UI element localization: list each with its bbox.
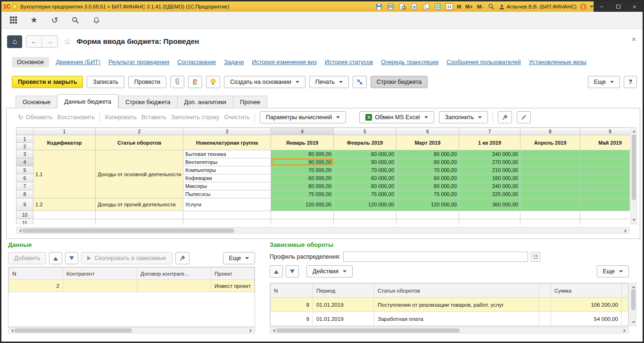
grid-empty-cell[interactable] bbox=[96, 219, 183, 225]
grid-value-cell[interactable]: 60 000,00 bbox=[334, 174, 396, 182]
grid-value-cell[interactable]: 80 000,00 bbox=[271, 150, 334, 158]
nav-link-status-history[interactable]: История статусов bbox=[325, 59, 373, 65]
excel-exchange-button[interactable]: XОбмен MS Excel bbox=[359, 111, 434, 123]
grid-row-number[interactable]: 3 bbox=[17, 150, 33, 158]
grid-value-cell[interactable]: 270 000,00 bbox=[459, 158, 520, 166]
grid-value-cell[interactable]: 80 000,00 bbox=[334, 150, 396, 158]
data-column-header[interactable]: N bbox=[9, 268, 63, 280]
clear-button[interactable]: Очистить bbox=[224, 114, 249, 121]
dependent-vertical-scrollbar[interactable] bbox=[630, 283, 636, 327]
grid-empty-cell[interactable] bbox=[33, 219, 96, 225]
nav-link-movements[interactable]: Движения (БИТ) bbox=[56, 59, 100, 65]
data-cell-contract[interactable] bbox=[137, 280, 211, 292]
grid-empty-cell[interactable] bbox=[183, 219, 271, 225]
dependent-column-header[interactable]: Период bbox=[313, 284, 374, 298]
nav-link-tasks[interactable]: Задачи bbox=[224, 59, 244, 65]
scroll-thumb[interactable] bbox=[276, 328, 460, 333]
grid-item-cell[interactable]: Кофеварки bbox=[183, 174, 271, 182]
grid-value-cell[interactable]: 180 000,00 bbox=[459, 174, 520, 182]
grid-value-cell[interactable] bbox=[520, 182, 580, 190]
grid-empty-cell[interactable] bbox=[33, 211, 96, 219]
grid-value-cell[interactable] bbox=[520, 190, 580, 198]
grid-value-cell[interactable] bbox=[520, 158, 580, 166]
copy-button[interactable]: Копировать bbox=[105, 114, 136, 121]
grid-value-cell[interactable]: 120 000,00 bbox=[334, 198, 396, 211]
tab-other[interactable]: Прочее bbox=[233, 96, 267, 108]
open-profile-button[interactable] bbox=[531, 252, 540, 261]
nav-link-visa-history[interactable]: История изменения виз bbox=[252, 59, 317, 65]
grid-value-cell[interactable]: 80 000,00 bbox=[334, 182, 396, 190]
grid-row-number[interactable]: 9 bbox=[17, 198, 33, 211]
dependent-cell-article[interactable]: Заработная плата bbox=[374, 312, 539, 326]
actions-button[interactable]: Действия bbox=[306, 265, 353, 278]
tab-main[interactable]: Основные bbox=[16, 96, 57, 108]
grid-value-cell[interactable]: 210 000,00 bbox=[459, 166, 520, 174]
scroll-right-icon[interactable] bbox=[624, 329, 627, 333]
scroll-left-icon[interactable] bbox=[17, 229, 21, 233]
data-horizontal-scrollbar[interactable] bbox=[8, 327, 255, 334]
grid-value-cell[interactable]: 75 000,00 bbox=[271, 190, 334, 198]
grid-header-cell[interactable]: Номенклатурная группа bbox=[183, 135, 271, 150]
grid-code-cell[interactable]: 1.2 bbox=[33, 198, 96, 211]
dependent-horizontal-scrollbar[interactable] bbox=[270, 327, 629, 334]
grid-value-cell[interactable]: 75 000,00 bbox=[396, 190, 459, 198]
data-column-header[interactable]: Проект bbox=[211, 268, 255, 280]
grid-column-number[interactable]: 2 bbox=[96, 128, 183, 135]
dependent-row[interactable]: 801.01.2019Поступления от реализации тов… bbox=[271, 298, 628, 312]
back-button[interactable]: ← bbox=[26, 36, 42, 47]
dependent-cell-sum[interactable]: 54 000,00 bbox=[551, 312, 622, 326]
scroll-left-icon[interactable] bbox=[271, 329, 275, 333]
dependent-column-header[interactable]: Сумма bbox=[551, 284, 622, 298]
grid-value-cell[interactable]: 225 000,00 bbox=[459, 190, 520, 198]
profile-input[interactable] bbox=[343, 252, 528, 262]
nav-item-main[interactable]: Основное bbox=[12, 57, 49, 67]
dependent-cell-extra[interactable] bbox=[539, 298, 551, 312]
scroll-left-icon[interactable] bbox=[9, 329, 13, 333]
grid-value-cell[interactable] bbox=[580, 150, 630, 158]
dtkt-icon[interactable]: ДтКт bbox=[188, 76, 202, 88]
table-icon[interactable] bbox=[434, 2, 442, 11]
grid-value-cell[interactable]: 90 000,00 bbox=[271, 158, 334, 166]
search-icon[interactable] bbox=[70, 15, 81, 25]
move-up-button[interactable] bbox=[49, 252, 62, 264]
grid-item-cell[interactable]: Вентиляторы bbox=[183, 158, 271, 166]
grid-row-number[interactable]: 5 bbox=[17, 166, 33, 174]
grid-value-cell[interactable]: 70 000,00 bbox=[334, 166, 396, 174]
grid-empty-cell[interactable] bbox=[396, 219, 459, 225]
help-button[interactable]: ? bbox=[624, 76, 637, 88]
copy-to-dependent-button[interactable]: Скопировать в зависимые bbox=[81, 252, 172, 264]
grid-column-number[interactable]: 7 bbox=[459, 128, 520, 135]
memory-m-plus-button[interactable]: М+ bbox=[465, 4, 473, 9]
refresh-button[interactable]: ↻Обновить bbox=[18, 114, 52, 121]
fill-row-button[interactable]: Заполнить строку bbox=[171, 114, 220, 121]
data-column-header[interactable]: Договор контраге... bbox=[137, 268, 211, 280]
dependent-more-button[interactable]: Еще bbox=[597, 265, 629, 278]
grid-value-cell[interactable]: 360 000,00 bbox=[459, 198, 520, 211]
grid-value-cell[interactable] bbox=[520, 174, 580, 182]
grid-value-cell[interactable] bbox=[580, 182, 630, 190]
grid-value-cell[interactable] bbox=[580, 190, 630, 198]
send-icon[interactable] bbox=[410, 2, 419, 11]
memory-m-button[interactable]: М bbox=[456, 4, 462, 9]
more-button[interactable]: Еще bbox=[588, 76, 620, 88]
grid-value-cell[interactable]: 70 000,00 bbox=[271, 166, 334, 174]
grid-empty-cell[interactable] bbox=[459, 211, 520, 219]
nav-link-post-result[interactable]: Результат проведения bbox=[108, 59, 169, 65]
grid-value-cell[interactable] bbox=[520, 198, 580, 211]
print-icon[interactable] bbox=[387, 2, 395, 11]
grid-value-cell[interactable]: 90 000,00 bbox=[396, 158, 459, 166]
grid-value-cell[interactable] bbox=[580, 158, 630, 166]
grid-row-number[interactable]: 1 bbox=[17, 135, 33, 143]
info-icon[interactable]: i bbox=[580, 3, 586, 10]
grid-row-number[interactable]: 7 bbox=[17, 182, 33, 190]
grid-row-number[interactable]: 11 bbox=[17, 219, 33, 225]
grid-empty-cell[interactable] bbox=[520, 219, 580, 225]
history-icon[interactable]: ↺ bbox=[50, 15, 60, 25]
grid-item-cell[interactable]: Пылесосы bbox=[183, 190, 271, 198]
home-button[interactable]: ⌂ bbox=[7, 35, 22, 48]
grid-value-cell[interactable] bbox=[580, 166, 630, 174]
favorites-icon[interactable]: ★ bbox=[29, 15, 39, 25]
print-button[interactable]: Печать bbox=[309, 76, 349, 88]
grid-empty-cell[interactable] bbox=[271, 219, 334, 225]
collapse-icon[interactable] bbox=[353, 76, 367, 88]
